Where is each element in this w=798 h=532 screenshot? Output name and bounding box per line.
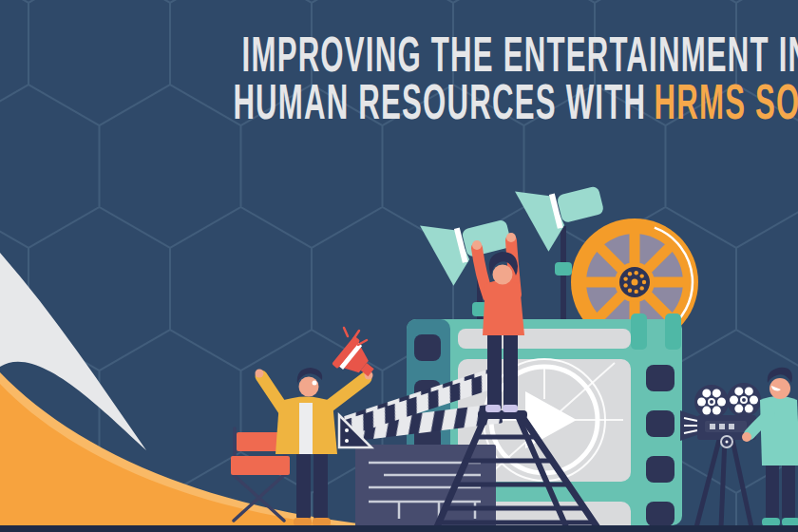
title-text-line2-highlight: HRMS SOFTWARE: [655, 74, 798, 129]
banner-title: IMPROVING THE ENTERTAINMENT INDUSTRY'S H…: [0, 30, 798, 125]
title-text-line2-prefix: HUMAN RESOURCES WITH: [233, 74, 646, 129]
ground-bar: [0, 525, 798, 532]
banner: IMPROVING THE ENTERTAINMENT INDUSTRY'S H…: [0, 0, 798, 532]
title-line-2: HUMAN RESOURCES WITHHRMS SOFTWARE: [0, 78, 798, 125]
camera-reel-left: [694, 385, 729, 419]
title-line-1: IMPROVING THE ENTERTAINMENT INDUSTRY'S: [0, 30, 798, 78]
camera-reel-right: [727, 383, 761, 417]
